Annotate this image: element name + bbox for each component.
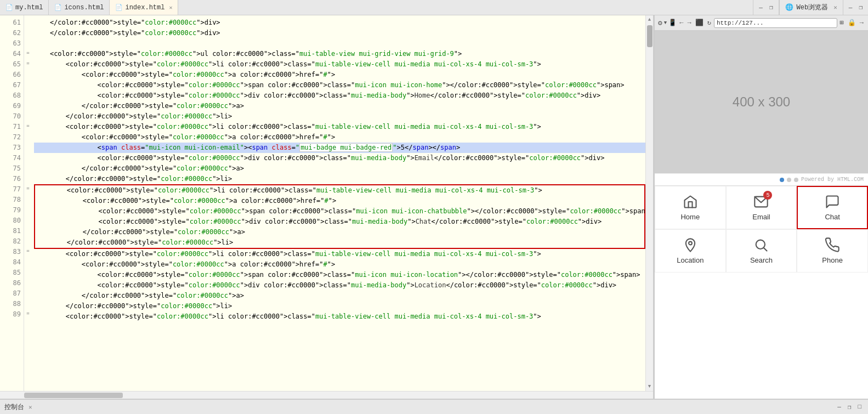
- scroll-up-arrow[interactable]: ▲: [648, 15, 651, 24]
- gutter-arrows: ======: [24, 15, 32, 391]
- svg-point-2: [756, 240, 765, 249]
- svg-point-1: [689, 242, 692, 245]
- browser-restore-btn[interactable]: ❐: [856, 4, 865, 11]
- icon-grid: Home 5 EmailChatLocationSearchPhone: [655, 185, 868, 273]
- code-line-88: </color:#cc0000">style="color:#0000cc">l…: [34, 301, 645, 311]
- code-box-highlight: <color:#cc0000">style="color:#0000cc">li…: [34, 184, 645, 249]
- h-scroll-thumb[interactable]: [24, 393, 123, 398]
- icon-label-location: Location: [677, 256, 704, 264]
- browser-grid-icon[interactable]: ⊞: [839, 19, 845, 27]
- dot-3: [794, 178, 798, 182]
- browser-tab-label: Web浏览器: [797, 3, 829, 12]
- browser-forward-btn[interactable]: →: [686, 19, 692, 27]
- code-line-87: </color:#cc0000">style="color:#0000cc">a…: [34, 291, 645, 301]
- browser-settings-icon[interactable]: ⚙: [658, 19, 662, 27]
- console-win-maximize[interactable]: □: [855, 404, 864, 410]
- icon-cell-chat[interactable]: Chat: [797, 186, 868, 229]
- tab-label: icons.html: [64, 4, 104, 12]
- tab-bar: 📄my.html📄icons.html📄index.html✕ — ❐ 🌐 We…: [0, 0, 868, 15]
- badge-email: 5: [763, 191, 772, 200]
- browser-lock-icon[interactable]: 🔒: [847, 19, 857, 27]
- code-line-79: <color:#cc0000">style="color:#0000cc">sp…: [35, 206, 644, 217]
- tab-label: index.html: [125, 4, 164, 12]
- code-line-66: <color:#cc0000">style="color:#0000cc">a …: [34, 70, 645, 80]
- browser-back-btn[interactable]: ←: [678, 19, 684, 27]
- minimize-btn[interactable]: —: [757, 4, 765, 11]
- icon-label-home: Home: [680, 213, 700, 221]
- browser-dropdown-icon[interactable]: ▼: [664, 20, 667, 26]
- code-line-80: <color:#cc0000">style="color:#0000cc">di…: [35, 217, 644, 227]
- code-container: 6162636465666768697071727374757677787980…: [0, 15, 653, 391]
- icon-cell-home[interactable]: Home: [655, 186, 726, 229]
- code-line-73: <span class="mui-icon mui-icon-email"><s…: [34, 143, 645, 153]
- code-line-86: <color:#cc0000">style="color:#0000cc">di…: [34, 280, 645, 291]
- browser-toolbar: ⚙ ▼ 📱 ← → ⬛ ↻ http://127... ⊞ 🔒 →: [655, 15, 868, 31]
- tab-icons-html[interactable]: 📄icons.html: [49, 0, 110, 15]
- browser-minimize-btn[interactable]: —: [847, 4, 855, 11]
- browser-refresh-btn[interactable]: ↻: [706, 19, 712, 27]
- tab-file-icon: 📄: [5, 4, 13, 11]
- scroll-thumb[interactable]: [647, 25, 653, 47]
- tab-label: my.html: [15, 4, 43, 12]
- code-line-64: <color:#cc0000">style="color:#0000cc">ul…: [34, 49, 645, 59]
- browser-ext-icon[interactable]: →: [859, 19, 865, 27]
- code-line-77: <color:#cc0000">style="color:#0000cc">li…: [35, 185, 644, 196]
- code-line-68: <color:#cc0000">style="color:#0000cc">di…: [34, 90, 645, 101]
- code-line-81: </color:#cc0000">style="color:#0000cc">a…: [35, 227, 644, 237]
- scroll-down-arrow[interactable]: ▼: [648, 382, 651, 391]
- code-line-74: <color:#cc0000">style="color:#0000cc">di…: [34, 153, 645, 163]
- browser-url-bar[interactable]: http://127...: [714, 18, 837, 28]
- console-label: 控制台: [4, 402, 24, 412]
- horizontal-scrollbar[interactable]: [0, 391, 653, 399]
- code-line-83: <color:#cc0000">style="color:#0000cc">li…: [34, 249, 645, 259]
- tab-index-html[interactable]: 📄index.html✕: [110, 0, 178, 15]
- dot-2: [787, 178, 791, 182]
- line-numbers-col: 6162636465666768697071727374757677787980…: [0, 15, 24, 391]
- icon-cell-phone[interactable]: Phone: [797, 229, 868, 273]
- code-line-76: </color:#cc0000">style="color:#0000cc">l…: [34, 174, 645, 184]
- code-line-82: </color:#cc0000">style="color:#0000cc">l…: [35, 237, 644, 248]
- icon-cell-email[interactable]: 5 Email: [726, 186, 797, 229]
- browser-phone-icon[interactable]: 📱: [668, 19, 677, 27]
- code-line-65: <color:#cc0000">style="color:#0000cc">li…: [34, 59, 645, 70]
- tab-file-icon: 📄: [115, 4, 123, 11]
- code-line-70: </color:#cc0000">style="color:#0000cc">l…: [34, 111, 645, 122]
- browser-tab-close[interactable]: ✕: [833, 4, 837, 11]
- console-bar: 控制台 ✕ — ❐ □: [0, 399, 868, 414]
- browser-win-controls: — ❐: [843, 0, 868, 15]
- icon-cell-search[interactable]: Search: [726, 229, 797, 273]
- code-line-84: <color:#cc0000">style="color:#0000cc">a …: [34, 259, 645, 270]
- browser-pane: ⚙ ▼ 📱 ← → ⬛ ↻ http://127... ⊞ 🔒 → 400 x …: [654, 15, 868, 399]
- powered-text: Powered by HTML.COM: [801, 177, 864, 183]
- image-placeholder: 400 x 300: [655, 31, 868, 173]
- code-line-61: </color:#cc0000">style="color:#0000cc">d…: [34, 18, 645, 28]
- code-line-62: </color:#cc0000">style="color:#0000cc">d…: [34, 28, 645, 38]
- code-lines-col: </color:#cc0000">style="color:#0000cc">d…: [32, 15, 645, 391]
- code-line-72: <color:#cc0000">style="color:#0000cc">a …: [34, 132, 645, 143]
- vertical-scrollbar[interactable]: ▲ ▼: [645, 15, 653, 391]
- browser-url-text: http://127...: [717, 20, 764, 26]
- console-win-restore[interactable]: ❐: [846, 404, 854, 411]
- code-line-71: <color:#cc0000">style="color:#0000cc">li…: [34, 122, 645, 132]
- code-line-78: <color:#cc0000">style="color:#0000cc">a …: [35, 196, 644, 206]
- code-line-67: <color:#cc0000">style="color:#0000cc">sp…: [34, 80, 645, 90]
- code-line-85: <color:#cc0000">style="color:#0000cc">sp…: [34, 270, 645, 280]
- dots-bar: Powered by HTML.COM: [655, 173, 868, 185]
- browser-tab-icon: 🌐: [785, 3, 793, 12]
- icon-label-phone: Phone: [822, 256, 843, 264]
- console-win-minimize[interactable]: —: [835, 404, 843, 410]
- dot-1: [780, 178, 784, 182]
- icon-label-chat: Chat: [825, 213, 839, 221]
- image-size-text: 400 x 300: [733, 94, 790, 110]
- icon-label-email: Email: [752, 213, 770, 221]
- console-close-icon[interactable]: ✕: [29, 404, 32, 411]
- restore-btn[interactable]: ❐: [767, 4, 775, 11]
- tab-my-html[interactable]: 📄my.html: [0, 0, 49, 15]
- code-line-63: [34, 38, 645, 49]
- browser-stop-btn[interactable]: ⬛: [694, 19, 705, 27]
- tab-close-icon[interactable]: ✕: [169, 4, 172, 11]
- icon-label-search: Search: [750, 256, 773, 264]
- code-line-89: <color:#cc0000">style="color:#0000cc">li…: [34, 311, 645, 322]
- browser-tab: 🌐 Web浏览器 ✕: [779, 0, 843, 15]
- icon-cell-location[interactable]: Location: [655, 229, 726, 273]
